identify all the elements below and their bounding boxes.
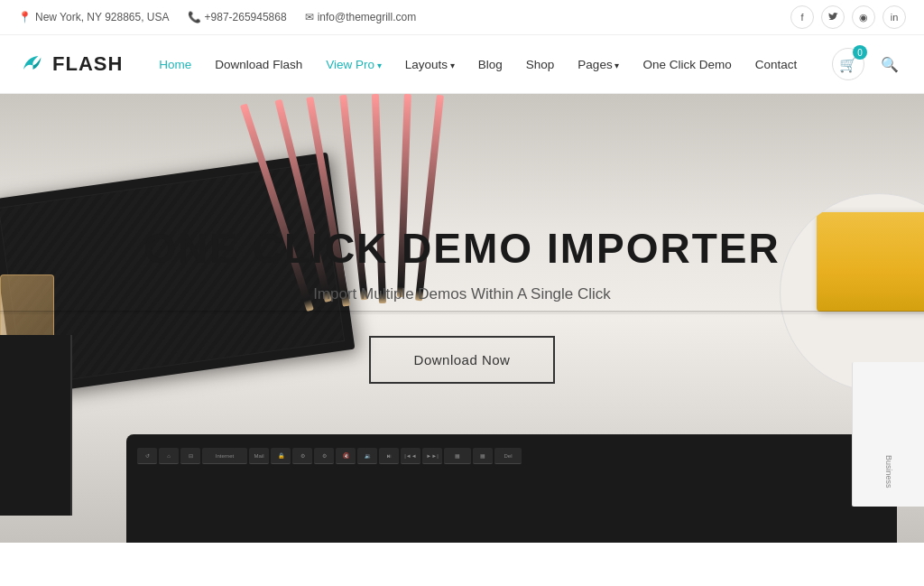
phone-item: 📞 +987-265945868 <box>188 11 287 23</box>
cart-button[interactable]: 🛒 0 <box>832 48 864 80</box>
email-icon: ✉ <box>305 11 314 23</box>
phone-text: +987-265945868 <box>205 11 287 23</box>
nav-blog[interactable]: Blog <box>469 51 512 79</box>
nav-pages[interactable]: Pages <box>568 51 628 79</box>
navbar: FLASH Home Download Flash View Pro Layou… <box>0 35 924 94</box>
location-text: New York, NY 928865, USA <box>35 11 170 23</box>
logo-bird-icon <box>18 51 45 78</box>
phone-icon: 📞 <box>188 11 201 23</box>
top-bar: 📍 New York, NY 928865, USA 📞 +987-265945… <box>0 0 924 35</box>
hero-subtitle: Import Multiple Demos Within A Single Cl… <box>313 285 611 303</box>
logo-text: FLASH <box>52 52 123 76</box>
hero-title: ONE CLICK DEMO IMPORTER <box>143 226 780 272</box>
nav-one-click-demo[interactable]: One Click Demo <box>633 51 740 79</box>
nav-view-pro[interactable]: View Pro <box>317 51 391 79</box>
cart-badge: 0 <box>853 45 867 60</box>
nav-contact[interactable]: Contact <box>746 51 807 79</box>
nav-links: Home Download Flash View Pro Layouts Blo… <box>150 51 832 79</box>
hero-content: ONE CLICK DEMO IMPORTER Import Multiple … <box>0 94 924 543</box>
facebook-icon[interactable]: f <box>790 5 814 29</box>
instagram-icon[interactable]: ◉ <box>852 5 875 29</box>
top-bar-left: 📍 New York, NY 928865, USA 📞 +987-265945… <box>18 11 416 23</box>
nav-shop[interactable]: Shop <box>517 51 564 79</box>
social-links: f ◉ in <box>790 5 906 29</box>
linkedin-icon[interactable]: in <box>882 5 906 29</box>
search-button[interactable]: 🔍 <box>873 48 906 80</box>
nav-layouts[interactable]: Layouts <box>396 51 464 79</box>
logo[interactable]: FLASH <box>18 51 123 78</box>
nav-right: 🛒 0 🔍 <box>832 48 906 80</box>
download-now-button[interactable]: Download Now <box>369 336 556 384</box>
location-item: 📍 New York, NY 928865, USA <box>18 11 170 23</box>
twitter-icon[interactable] <box>821 5 845 29</box>
nav-home[interactable]: Home <box>150 51 200 79</box>
location-icon: 📍 <box>18 11 32 23</box>
email-item: ✉ info@themegrill.com <box>305 11 417 23</box>
email-text: info@themegrill.com <box>318 11 417 23</box>
nav-download-flash[interactable]: Download Flash <box>206 51 311 79</box>
hero-section: ↺ ⌂ ⊟ Internet Mail 🔒 ⚙ ⚙ 🔇 🔉 ⏯ |◄◄ ►►| … <box>0 94 924 543</box>
